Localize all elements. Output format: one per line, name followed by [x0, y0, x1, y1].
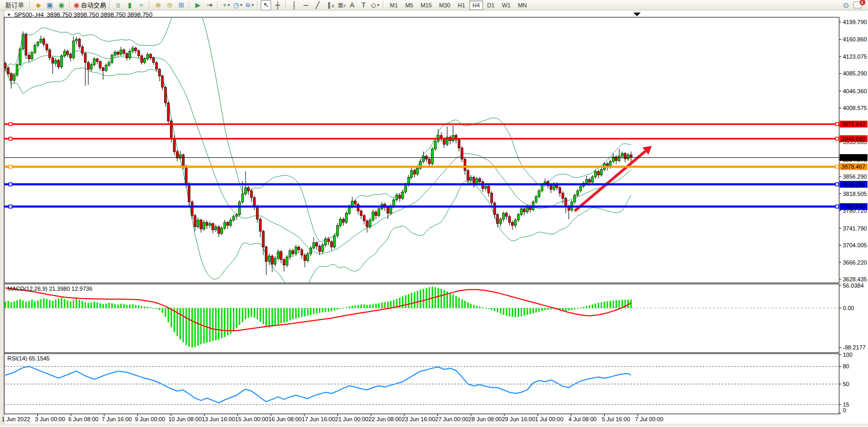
chevron-down-icon[interactable]: ▾	[377, 1, 379, 10]
support-line-blue-1-handle[interactable]	[835, 183, 839, 186]
macd-hist-bar	[319, 308, 320, 313]
macd-hist-bar	[509, 308, 510, 316]
period-dropdown[interactable]: ◷▾	[232, 0, 243, 10]
auto-scroll-icon[interactable]: ▶	[192, 0, 203, 10]
navigator-icon: ◉	[58, 1, 64, 10]
cursor-icon[interactable]: ↖	[261, 0, 271, 10]
crosshair-icon: ┼	[275, 1, 280, 10]
candle-body	[488, 187, 490, 193]
support-line-orange-handle[interactable]	[9, 165, 12, 168]
template-dropdown[interactable]: ≋▾	[244, 0, 254, 10]
candle-body	[517, 215, 519, 220]
data-window-icon: ▣	[47, 1, 53, 10]
resistance-line-2-handle[interactable]	[9, 137, 12, 140]
price-chart-svg[interactable]: 4199.7904160.8604123.0754085.2904046.360…	[0, 10, 868, 427]
macd-hist-bar	[82, 301, 83, 308]
candle-body	[411, 170, 413, 177]
candle-body	[200, 220, 202, 229]
macd-hist-bar	[76, 299, 77, 308]
macd-hist-bar	[129, 304, 131, 308]
macd-hist-bar	[58, 299, 59, 308]
chart-shift-icon[interactable]: ⇥	[204, 0, 215, 10]
trendline-icon[interactable]: ╱	[312, 0, 323, 10]
macd-hist-bar	[16, 300, 18, 308]
candle-body	[69, 54, 71, 58]
macd-hist-bar	[420, 290, 421, 308]
candlestick-icon[interactable]: ▮	[124, 0, 135, 10]
candle-body	[515, 220, 517, 225]
new-chart-dropdown[interactable]: +▾	[221, 0, 231, 10]
candle-body	[395, 195, 398, 200]
notifications-icon[interactable]: 1	[852, 0, 863, 10]
bar-chart-icon[interactable]: |||	[113, 0, 123, 10]
zoom-out-icon[interactable]: ⊖	[164, 0, 175, 10]
market-watch-icon[interactable]: ◆	[33, 0, 44, 10]
chevron-down-icon[interactable]: ▾	[240, 1, 242, 10]
timeframe-h4[interactable]: H4	[469, 1, 483, 10]
timeframe-d1[interactable]: D1	[484, 1, 498, 10]
shapes-dropdown[interactable]: ◇▾	[370, 0, 380, 10]
candle-body	[490, 193, 492, 203]
macd-hist-bar	[544, 308, 546, 310]
resistance-line-1-handle[interactable]	[9, 123, 12, 126]
timeframe-h1[interactable]: H1	[455, 1, 468, 10]
hline-icon[interactable]: ─	[301, 0, 311, 10]
timeframe-w1[interactable]: W1	[499, 1, 514, 10]
macd-hist-bar	[527, 308, 528, 315]
line-chart-icon: ≈	[140, 1, 143, 10]
macd-hist-bar	[604, 302, 605, 308]
fibonacci-icon[interactable]: ≣F	[335, 0, 346, 10]
line-chart-icon[interactable]: ≈	[136, 0, 146, 10]
macd-hist-bar	[378, 303, 380, 308]
chart-shift-marker[interactable]	[634, 13, 641, 16]
support-line-blue-2-handle[interactable]	[9, 205, 12, 208]
text-icon[interactable]: A	[347, 0, 357, 10]
macd-hist-bar	[272, 308, 273, 326]
timeframe-mn[interactable]: MN	[515, 1, 530, 10]
candle-body	[360, 211, 362, 216]
macd-hist-bar	[515, 308, 516, 317]
resistance-line-2-handle[interactable]	[835, 137, 839, 140]
timeframe-m15[interactable]: M15	[417, 1, 435, 10]
navigator-icon[interactable]: ◉	[56, 0, 67, 10]
candle-body	[621, 154, 623, 156]
support-line-blue-1-handle[interactable]	[9, 183, 12, 186]
candle-body	[330, 242, 333, 247]
candle-body	[128, 51, 131, 58]
panel-border	[4, 284, 839, 353]
autotrading-button[interactable]: ◉自动交易	[73, 0, 106, 10]
macd-hist-bar	[100, 303, 101, 308]
new-order-button[interactable]: 新订单	[3, 0, 27, 10]
macd-hist-bar	[437, 288, 439, 308]
vline-icon[interactable]: │	[289, 0, 299, 10]
channel-icon[interactable]: ∥E	[324, 0, 334, 10]
timeframe-m30[interactable]: M30	[436, 1, 453, 10]
candle-body	[218, 227, 220, 234]
macd-hist-bar	[453, 294, 454, 308]
chart-shift-icon: ⇥	[207, 1, 212, 10]
timeframe-m1[interactable]: M1	[387, 1, 401, 10]
search-icon[interactable]: ⊙	[841, 0, 851, 10]
date-axis-label: 7 Jun 16:00	[102, 416, 132, 422]
date-axis-label: 17 Jun 16:00	[302, 416, 335, 422]
zoom-in-icon[interactable]: ⊕	[153, 0, 163, 10]
label-icon[interactable]: T	[358, 0, 369, 10]
tile-windows-icon[interactable]: ⊞	[176, 0, 186, 10]
macd-hist-bar	[301, 308, 303, 317]
macd-hist-bar	[256, 308, 258, 320]
channel-icon: ∥	[327, 1, 331, 10]
candle-body	[96, 59, 98, 61]
macd-hist-bar	[476, 305, 478, 308]
chevron-down-icon[interactable]: ▾	[228, 1, 230, 10]
data-window-icon[interactable]: ▣	[45, 0, 55, 10]
support-line-orange-handle[interactable]	[835, 165, 839, 168]
support-line-blue-2-handle[interactable]	[835, 205, 839, 208]
macd-hist-bar	[491, 308, 492, 310]
timeframe-m5[interactable]: M5	[402, 1, 416, 10]
price-axis-label: 4008.575	[843, 105, 867, 111]
crosshair-icon[interactable]: ┼	[272, 0, 283, 10]
resistance-line-1-handle[interactable]	[835, 123, 839, 126]
candle-body	[149, 54, 152, 58]
chevron-down-icon[interactable]: ▾	[252, 1, 254, 10]
bid-price-line-price-tag: 3898.750	[840, 154, 867, 161]
